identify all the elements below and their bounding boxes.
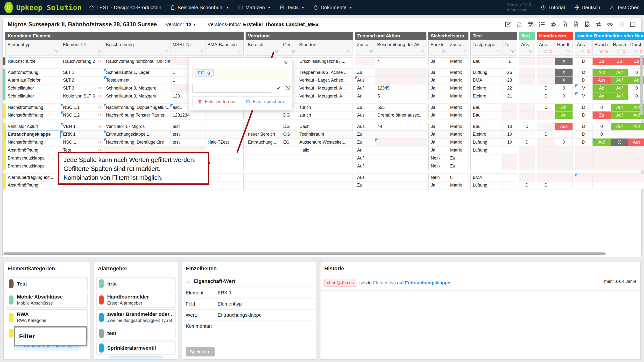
table-cell[interactable]: 5: [375, 92, 426, 100]
user-chip[interactable]: chen@d2p.ch: [324, 279, 356, 287]
table-cell[interactable]: [297, 174, 352, 181]
table-cell[interactable]: [502, 181, 517, 189]
table-cell[interactable]: [297, 181, 352, 189]
search-icon[interactable]: [98, 86, 102, 90]
table-cell[interactable]: [537, 138, 555, 146]
table-cell[interactable]: [281, 146, 297, 154]
clock-icon[interactable]: [618, 21, 625, 28]
funnel-icon[interactable]: [274, 49, 280, 54]
table-cell[interactable]: Elektro: [470, 131, 502, 138]
table-cell[interactable]: [519, 76, 534, 84]
table-cell[interactable]: [375, 146, 426, 154]
table-cell[interactable]: [519, 84, 534, 92]
table-cell[interactable]: [246, 111, 281, 119]
table-cell[interactable]: SLT 2: [60, 76, 104, 84]
table-cell[interactable]: [592, 174, 611, 181]
table-cell[interactable]: BMA: [470, 174, 502, 181]
table-cell[interactable]: Nein: [428, 154, 448, 162]
table-cell[interactable]: Lüftung: [470, 69, 502, 76]
table-cell[interactable]: Aus: [355, 111, 375, 119]
table-cell[interactable]: X: [611, 138, 628, 146]
file-pdf-icon[interactable]: P: [561, 21, 568, 28]
column-header[interactable]: Zusta...: [355, 40, 375, 55]
table-cell[interactable]: Lüftung: [470, 138, 502, 146]
table-cell[interactable]: [611, 174, 628, 181]
column-header[interactable]: Rauch...: [611, 40, 628, 55]
table-cell[interactable]: [519, 131, 534, 138]
column-header[interactable]: Rauch...: [592, 40, 611, 55]
table-cell[interactable]: 10: [502, 123, 517, 130]
table-cell[interactable]: Aus: [355, 174, 375, 181]
numbered-list-icon[interactable]: [538, 21, 546, 28]
table-cell[interactable]: D: [575, 58, 592, 65]
table-cell[interactable]: test: [170, 131, 205, 138]
table-cell[interactable]: Nachströmung, Doppelflügeltür...: [104, 104, 170, 111]
table-cell[interactable]: X: [555, 76, 572, 84]
table-cell[interactable]: [205, 162, 244, 170]
table-cell[interactable]: Matrix: [448, 123, 468, 130]
column-header[interactable]: BMA-Baustein: [205, 40, 244, 55]
table-cell[interactable]: [205, 154, 244, 162]
table-cell[interactable]: Schnelllauftor: [6, 92, 60, 100]
edit-icon[interactable]: [504, 21, 512, 28]
search-icon[interactable]: [622, 49, 626, 54]
table-cell[interactable]: Ja: [428, 76, 448, 84]
table-cell[interactable]: Drehtüre öffnet aussc...: [375, 111, 426, 119]
table-cell[interactable]: Erschliessungszone / ...: [297, 58, 352, 65]
table-cell[interactable]: NSÖ 1: [60, 138, 104, 146]
funnel-icon[interactable]: [346, 49, 351, 54]
table-cell[interactable]: 22: [502, 84, 517, 92]
table-cell[interactable]: [281, 174, 297, 181]
funnel-icon[interactable]: [528, 49, 533, 54]
table-cell[interactable]: [246, 123, 281, 130]
table-cell[interactable]: Aussentüre Westseite,...: [297, 138, 352, 146]
table-cell[interactable]: D: [519, 181, 534, 189]
table-cell[interactable]: Auf: [611, 131, 628, 138]
table-cell[interactable]: test: [170, 123, 205, 130]
table-cell[interactable]: An: [355, 146, 375, 154]
table-cell[interactable]: 0: [555, 92, 572, 100]
table-cell[interactable]: NSÖ 1.1: [60, 104, 104, 111]
table-cell[interactable]: Ja: [428, 58, 448, 65]
table-cell[interactable]: 10: [502, 138, 517, 146]
table-cell[interactable]: Halo TZest: [205, 138, 244, 146]
table-cell[interactable]: [246, 154, 281, 162]
table-cell[interactable]: [537, 154, 555, 162]
table-cell[interactable]: 1: [502, 58, 517, 65]
table-cell[interactable]: Auf: [355, 154, 375, 162]
topbar-action-2[interactable]: Test Chen: [609, 4, 640, 10]
table-cell[interactable]: 10: [502, 131, 517, 138]
table-cell[interactable]: Ja: [428, 111, 448, 119]
table-cell[interactable]: Auf: [611, 84, 628, 92]
table-cell[interactable]: D: [575, 76, 592, 84]
remove-filter-button[interactable]: Filter entfernen: [193, 96, 241, 107]
table-cell[interactable]: Matrix: [448, 58, 468, 65]
table-cell[interactable]: [611, 162, 628, 170]
table-cell[interactable]: [519, 162, 534, 170]
table-cell[interactable]: Aus: [555, 131, 572, 138]
table-cell[interactable]: Nachströmöffnung: [6, 104, 60, 111]
table-cell[interactable]: 0: [592, 104, 611, 111]
table-cell[interactable]: Zu: [355, 131, 375, 138]
column-header[interactable]: Beschreibung der Ak...: [375, 40, 426, 55]
table-cell[interactable]: Bau: [470, 111, 502, 119]
table-cell[interactable]: [297, 162, 352, 170]
table-cell[interactable]: [205, 123, 244, 130]
column-header[interactable]: Bereich: [246, 40, 281, 55]
table-cell[interactable]: Ja: [428, 69, 448, 76]
table-cell[interactable]: Schnelllauftor 3, Metzgerei: [104, 84, 170, 92]
table-cell[interactable]: Zu: [448, 162, 468, 170]
table-cell[interactable]: Ja: [428, 138, 448, 146]
table-cell[interactable]: [519, 111, 534, 119]
table-cell[interactable]: Ja: [428, 131, 448, 138]
table-cell[interactable]: Hallo: [297, 146, 352, 154]
app-logo[interactable]: U: [4, 2, 13, 13]
table-cell[interactable]: Zu: [355, 181, 375, 189]
funnel-icon[interactable]: [369, 49, 374, 54]
alarmgeber-item-4[interactable]: Sprinkleralarmventil: [96, 342, 176, 355]
table-cell[interactable]: Ja: [428, 181, 448, 189]
column-header[interactable]: Te...: [502, 40, 517, 55]
table-cell[interactable]: zurich: [297, 104, 352, 111]
table-cell[interactable]: Rauchvorhang horizontal, Oblicht: [104, 58, 170, 65]
table-cell[interactable]: Schnelllauftor: [6, 84, 60, 92]
